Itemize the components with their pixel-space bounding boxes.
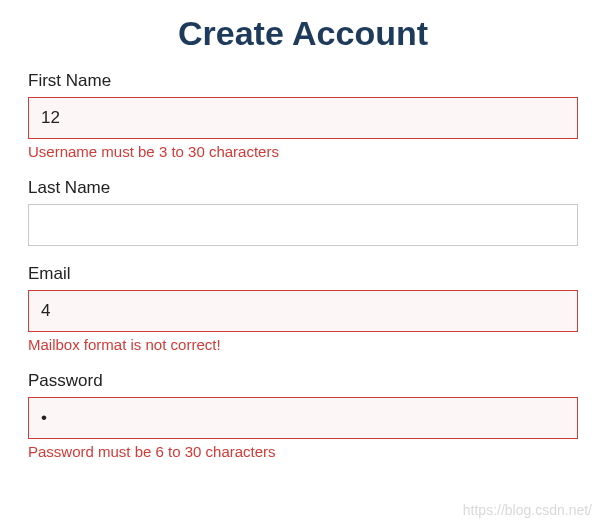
last-name-label: Last Name [28, 178, 578, 198]
first-name-error: Username must be 3 to 30 characters [28, 143, 578, 160]
password-error: Password must be 6 to 30 characters [28, 443, 578, 460]
email-group: Email Mailbox format is not correct! [28, 264, 578, 353]
last-name-group: Last Name [28, 178, 578, 246]
email-error: Mailbox format is not correct! [28, 336, 578, 353]
last-name-input[interactable] [28, 204, 578, 246]
password-group: Password Password must be 6 to 30 charac… [28, 371, 578, 460]
watermark-text: https://blog.csdn.net/ [463, 502, 592, 518]
password-label: Password [28, 371, 578, 391]
page-title: Create Account [28, 14, 578, 53]
first-name-group: First Name Username must be 3 to 30 char… [28, 71, 578, 160]
password-input[interactable] [28, 397, 578, 439]
email-input[interactable] [28, 290, 578, 332]
first-name-input[interactable] [28, 97, 578, 139]
first-name-label: First Name [28, 71, 578, 91]
email-label: Email [28, 264, 578, 284]
